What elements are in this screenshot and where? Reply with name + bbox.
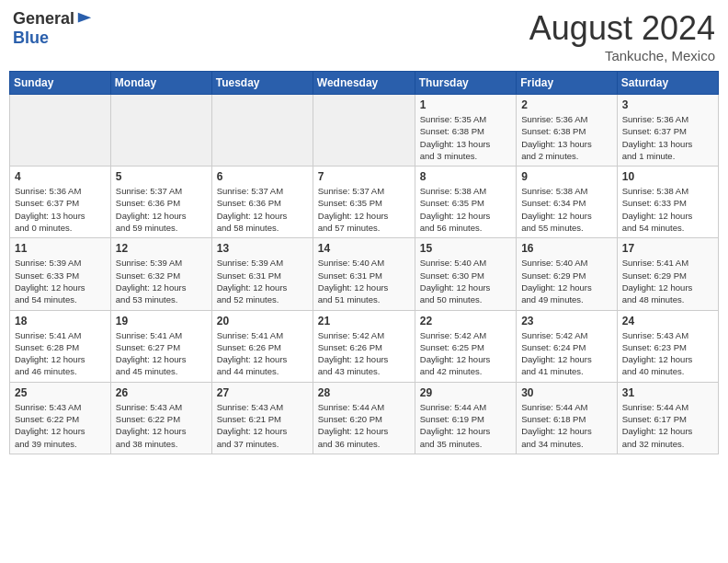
header-row: SundayMondayTuesdayWednesdayThursdayFrid… xyxy=(10,72,719,95)
svg-marker-0 xyxy=(78,12,91,22)
calendar-header: SundayMondayTuesdayWednesdayThursdayFrid… xyxy=(10,72,719,95)
calendar-day-cell: 6Sunrise: 5:37 AM Sunset: 6:36 PM Daylig… xyxy=(211,167,313,238)
day-of-week-header: Sunday xyxy=(10,72,111,95)
day-info: Sunrise: 5:39 AM Sunset: 6:31 PM Dayligh… xyxy=(217,257,308,305)
day-of-week-header: Saturday xyxy=(617,72,718,95)
calendar-day-cell: 29Sunrise: 5:44 AM Sunset: 6:19 PM Dayli… xyxy=(415,382,516,454)
day-number: 4 xyxy=(15,170,106,183)
day-number: 27 xyxy=(217,386,308,399)
logo-general: General xyxy=(13,9,74,29)
day-number: 24 xyxy=(622,315,713,327)
calendar-title: August 2024 xyxy=(529,9,715,48)
day-info: Sunrise: 5:43 AM Sunset: 6:22 PM Dayligh… xyxy=(116,401,207,450)
day-number: 14 xyxy=(318,242,410,255)
day-info: Sunrise: 5:42 AM Sunset: 6:24 PM Dayligh… xyxy=(521,329,612,378)
calendar-day-cell: 15Sunrise: 5:40 AM Sunset: 6:30 PM Dayli… xyxy=(415,238,516,310)
calendar-day-cell: 22Sunrise: 5:42 AM Sunset: 6:25 PM Dayli… xyxy=(415,310,516,382)
day-number: 15 xyxy=(420,242,511,255)
day-info: Sunrise: 5:44 AM Sunset: 6:20 PM Dayligh… xyxy=(318,401,410,450)
day-info: Sunrise: 5:40 AM Sunset: 6:30 PM Dayligh… xyxy=(420,257,511,305)
day-number: 5 xyxy=(116,170,207,183)
calendar-day-cell: 16Sunrise: 5:40 AM Sunset: 6:29 PM Dayli… xyxy=(517,238,618,310)
calendar-day-cell: 11Sunrise: 5:39 AM Sunset: 6:33 PM Dayli… xyxy=(10,238,111,310)
day-info: Sunrise: 5:37 AM Sunset: 6:36 PM Dayligh… xyxy=(217,185,308,234)
day-info: Sunrise: 5:44 AM Sunset: 6:19 PM Dayligh… xyxy=(420,401,511,450)
day-number: 19 xyxy=(116,315,207,327)
day-info: Sunrise: 5:38 AM Sunset: 6:35 PM Dayligh… xyxy=(420,185,511,234)
day-number: 17 xyxy=(622,242,713,255)
calendar-week-row: 1Sunrise: 5:35 AM Sunset: 6:38 PM Daylig… xyxy=(10,95,719,167)
day-info: Sunrise: 5:43 AM Sunset: 6:23 PM Dayligh… xyxy=(622,329,713,378)
day-info: Sunrise: 5:44 AM Sunset: 6:17 PM Dayligh… xyxy=(622,401,713,450)
calendar-day-cell: 18Sunrise: 5:41 AM Sunset: 6:28 PM Dayli… xyxy=(10,310,111,382)
day-number: 26 xyxy=(116,386,207,399)
calendar-day-cell: 9Sunrise: 5:38 AM Sunset: 6:34 PM Daylig… xyxy=(517,167,618,238)
calendar-day-cell: 17Sunrise: 5:41 AM Sunset: 6:29 PM Dayli… xyxy=(617,238,718,310)
day-number: 29 xyxy=(420,386,511,399)
page-header: General Blue August 2024 Tankuche, Mexic… xyxy=(9,9,719,63)
day-info: Sunrise: 5:38 AM Sunset: 6:33 PM Dayligh… xyxy=(622,185,713,234)
day-info: Sunrise: 5:43 AM Sunset: 6:22 PM Dayligh… xyxy=(15,401,106,450)
day-info: Sunrise: 5:39 AM Sunset: 6:33 PM Dayligh… xyxy=(15,257,106,305)
calendar-day-cell: 31Sunrise: 5:44 AM Sunset: 6:17 PM Dayli… xyxy=(617,382,718,454)
day-of-week-header: Thursday xyxy=(415,72,516,95)
day-info: Sunrise: 5:44 AM Sunset: 6:18 PM Dayligh… xyxy=(521,401,612,450)
day-info: Sunrise: 5:36 AM Sunset: 6:38 PM Dayligh… xyxy=(521,113,612,162)
day-info: Sunrise: 5:41 AM Sunset: 6:27 PM Dayligh… xyxy=(116,329,207,378)
day-number: 11 xyxy=(15,242,106,255)
calendar-week-row: 25Sunrise: 5:43 AM Sunset: 6:22 PM Dayli… xyxy=(10,382,719,454)
calendar-table: SundayMondayTuesdayWednesdayThursdayFrid… xyxy=(9,71,719,454)
day-number: 21 xyxy=(318,315,410,327)
calendar-day-cell: 8Sunrise: 5:38 AM Sunset: 6:35 PM Daylig… xyxy=(415,167,516,238)
calendar-day-cell xyxy=(313,95,415,167)
day-info: Sunrise: 5:42 AM Sunset: 6:25 PM Dayligh… xyxy=(420,329,511,378)
day-number: 16 xyxy=(521,242,612,255)
day-of-week-header: Wednesday xyxy=(313,72,415,95)
day-number: 30 xyxy=(521,386,612,399)
calendar-day-cell: 12Sunrise: 5:39 AM Sunset: 6:32 PM Dayli… xyxy=(110,238,211,310)
day-number: 3 xyxy=(622,98,713,111)
day-of-week-header: Monday xyxy=(110,72,211,95)
calendar-day-cell: 19Sunrise: 5:41 AM Sunset: 6:27 PM Dayli… xyxy=(110,310,211,382)
day-info: Sunrise: 5:40 AM Sunset: 6:29 PM Dayligh… xyxy=(521,257,612,305)
calendar-day-cell: 13Sunrise: 5:39 AM Sunset: 6:31 PM Dayli… xyxy=(211,238,313,310)
calendar-day-cell: 23Sunrise: 5:42 AM Sunset: 6:24 PM Dayli… xyxy=(517,310,618,382)
day-info: Sunrise: 5:37 AM Sunset: 6:36 PM Dayligh… xyxy=(116,185,207,234)
day-info: Sunrise: 5:37 AM Sunset: 6:35 PM Dayligh… xyxy=(318,185,410,234)
day-info: Sunrise: 5:39 AM Sunset: 6:32 PM Dayligh… xyxy=(116,257,207,305)
day-number: 22 xyxy=(420,315,511,327)
calendar-day-cell: 2Sunrise: 5:36 AM Sunset: 6:38 PM Daylig… xyxy=(517,95,618,167)
calendar-day-cell: 30Sunrise: 5:44 AM Sunset: 6:18 PM Dayli… xyxy=(517,382,618,454)
day-number: 2 xyxy=(521,98,612,111)
day-number: 23 xyxy=(521,315,612,327)
calendar-day-cell: 27Sunrise: 5:43 AM Sunset: 6:21 PM Dayli… xyxy=(211,382,313,454)
day-number: 28 xyxy=(318,386,410,399)
calendar-week-row: 11Sunrise: 5:39 AM Sunset: 6:33 PM Dayli… xyxy=(10,238,719,310)
day-number: 20 xyxy=(217,315,308,327)
calendar-day-cell xyxy=(211,95,313,167)
calendar-day-cell: 24Sunrise: 5:43 AM Sunset: 6:23 PM Dayli… xyxy=(617,310,718,382)
day-info: Sunrise: 5:40 AM Sunset: 6:31 PM Dayligh… xyxy=(318,257,410,305)
calendar-day-cell xyxy=(110,95,211,167)
day-number: 1 xyxy=(420,98,511,111)
day-number: 7 xyxy=(318,170,410,183)
calendar-day-cell xyxy=(10,95,111,167)
logo-flag-icon xyxy=(76,11,93,28)
day-number: 31 xyxy=(622,386,713,399)
day-number: 8 xyxy=(420,170,511,183)
day-info: Sunrise: 5:35 AM Sunset: 6:38 PM Dayligh… xyxy=(420,113,511,162)
calendar-day-cell: 10Sunrise: 5:38 AM Sunset: 6:33 PM Dayli… xyxy=(617,167,718,238)
calendar-day-cell: 1Sunrise: 5:35 AM Sunset: 6:38 PM Daylig… xyxy=(415,95,516,167)
day-info: Sunrise: 5:42 AM Sunset: 6:26 PM Dayligh… xyxy=(318,329,410,378)
calendar-day-cell: 4Sunrise: 5:36 AM Sunset: 6:37 PM Daylig… xyxy=(10,167,111,238)
logo: General Blue xyxy=(13,9,93,48)
calendar-day-cell: 25Sunrise: 5:43 AM Sunset: 6:22 PM Dayli… xyxy=(10,382,111,454)
day-info: Sunrise: 5:36 AM Sunset: 6:37 PM Dayligh… xyxy=(622,113,713,162)
calendar-day-cell: 7Sunrise: 5:37 AM Sunset: 6:35 PM Daylig… xyxy=(313,167,415,238)
day-of-week-header: Friday xyxy=(517,72,618,95)
day-number: 6 xyxy=(217,170,308,183)
calendar-day-cell: 26Sunrise: 5:43 AM Sunset: 6:22 PM Dayli… xyxy=(110,382,211,454)
calendar-day-cell: 20Sunrise: 5:41 AM Sunset: 6:26 PM Dayli… xyxy=(211,310,313,382)
day-number: 18 xyxy=(15,315,106,327)
day-of-week-header: Tuesday xyxy=(211,72,313,95)
